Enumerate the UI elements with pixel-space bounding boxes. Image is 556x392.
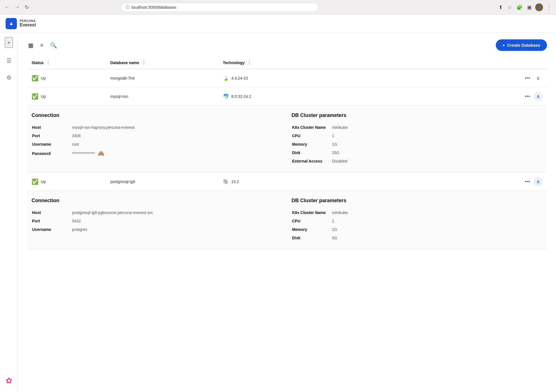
layout-button[interactable]: ▣	[526, 3, 533, 12]
disk-label: Disk	[292, 149, 331, 157]
sidebar-item-settings[interactable]: ⚙	[3, 71, 15, 84]
create-database-button[interactable]: + Create Database	[496, 39, 547, 51]
refresh-button[interactable]: ↻	[24, 3, 30, 12]
create-db-plus-icon: +	[503, 43, 505, 48]
list-item: CPU 1	[292, 132, 542, 140]
list-item: K8s Cluster Name minikube	[292, 209, 542, 217]
db3-actions-cell: ••• ∧	[513, 173, 547, 191]
share-button[interactable]: ⬆	[497, 3, 504, 12]
db3-cpu-value: 1	[332, 217, 542, 225]
status-col-menu[interactable]: ⋮	[46, 60, 50, 65]
db1-name-cell: mongodb-7h4	[106, 69, 218, 87]
logo-icon: ▲	[6, 18, 17, 29]
table-header-row: Status ⋮ Database name ⋮	[27, 57, 547, 69]
db3-cluster-title: DB Cluster parameters	[292, 198, 542, 204]
db2-password-value: ***************	[72, 151, 95, 156]
db2-cluster-section: DB Cluster parameters K8s Cluster Name m…	[292, 112, 542, 166]
db2-expanded-row: Connection Host mysql-nsn-haproxy.percon…	[27, 106, 547, 173]
sidebar-expand-button[interactable]: »	[5, 37, 13, 48]
flower-icon: ✿	[6, 376, 12, 385]
list-item: K8s Cluster Name minikube	[292, 123, 542, 131]
db3-memory-value: 1G	[332, 226, 542, 233]
profile-button[interactable]: 👤	[535, 3, 543, 11]
create-db-label: Create Database	[507, 43, 540, 48]
db1-more-button[interactable]: •••	[525, 75, 530, 81]
logo-percona: PERCONA	[20, 19, 36, 22]
db2-username-value: root	[72, 140, 282, 148]
logo-everest: Everest	[20, 22, 36, 28]
db1-status-icon: ✅	[32, 75, 39, 82]
db3-disk-value: 5G	[332, 234, 542, 242]
port-label: Port	[32, 217, 71, 225]
list-item: Disk 5G	[292, 234, 542, 242]
url-text: localhost:3000/databases	[132, 5, 176, 10]
memory-label: Memory	[292, 226, 331, 233]
sidebar-flower: ✿	[6, 376, 12, 388]
database-table: Status ⋮ Database name ⋮	[27, 57, 547, 249]
db3-status-text: Up	[41, 179, 46, 184]
db2-cluster-title: DB Cluster parameters	[292, 112, 542, 118]
dbname-col-menu[interactable]: ⋮	[142, 60, 146, 65]
search-button[interactable]: 🔍	[49, 41, 58, 50]
db3-expanded-content: Connection Host postgresql-ig8-pgbouncer…	[32, 198, 542, 242]
sidebar-item-list[interactable]: ☰	[3, 55, 15, 67]
db3-connection-title: Connection	[32, 198, 283, 204]
db3-tech-icon: 🐘	[223, 179, 229, 185]
table-row: ✅ Up mongodb-7h4 🍃 4.4.24-23	[27, 69, 547, 87]
db2-password-cell: *************** 🙈	[72, 149, 282, 158]
db2-expanded-content: Connection Host mysql-nsn-haproxy.percon…	[32, 112, 542, 166]
tech-col-menu[interactable]: ⋮	[247, 60, 252, 65]
db1-expand-button[interactable]: ∨	[533, 74, 542, 83]
db3-more-button[interactable]: •••	[525, 179, 530, 185]
db1-name: mongodb-7h4	[110, 76, 134, 80]
info-icon: ⓘ	[125, 5, 129, 10]
table-row: ✅ Up mysql-nsn 🐬 8.0.32-24.2	[27, 87, 547, 106]
dbname-column-header: Database name ⋮	[106, 57, 218, 69]
extensions-button[interactable]: 🧩	[515, 3, 524, 12]
back-button[interactable]: ←	[3, 3, 11, 11]
toolbar-left: ▦ ≡ 🔍	[27, 41, 58, 50]
grid-view-button[interactable]: ▦	[27, 41, 35, 50]
db2-actions-cell: ••• ∧	[513, 87, 547, 106]
db2-expand-button[interactable]: ∧	[533, 92, 542, 101]
db2-status-text: Up	[41, 94, 46, 99]
k8s-label: K8s Cluster Name	[292, 123, 331, 131]
logo-text: PERCONA Everest	[20, 19, 36, 28]
technology-column-header: Technology ⋮	[218, 57, 513, 69]
list-icon: ☰	[6, 57, 12, 64]
db3-tech-version: 15.2	[231, 179, 239, 184]
db2-connection-title: Connection	[32, 112, 283, 118]
db2-more-button[interactable]: •••	[525, 94, 530, 100]
grid-icon: ▦	[28, 42, 33, 48]
db3-name: postgresql-ig8	[110, 179, 135, 184]
db1-tech-version: 4.4.24-23	[231, 76, 248, 80]
cpu-label: CPU	[292, 217, 331, 225]
logo-container: ▲ PERCONA Everest	[6, 18, 36, 29]
menu-button[interactable]: ⋮	[545, 3, 553, 12]
list-item: Password *************** 🙈	[32, 149, 282, 158]
browser-actions: ⬆ ☆ 🧩 ▣ 👤 ⋮	[497, 3, 553, 12]
external-access-label: External Access	[292, 157, 331, 165]
db3-username-value: postgres	[72, 226, 282, 233]
memory-label: Memory	[292, 140, 331, 148]
db2-k8s-value: minikube	[332, 123, 542, 131]
filter-button[interactable]: ≡	[39, 41, 44, 49]
content-area: ▦ ≡ 🔍 + Create Database	[18, 33, 556, 392]
forward-button[interactable]: →	[14, 3, 21, 11]
db3-tech-cell: 🐘 15.2	[218, 173, 513, 191]
db3-expanded-cell: Connection Host postgresql-ig8-pgbouncer…	[27, 191, 547, 249]
db3-port-value: 5432	[72, 217, 282, 225]
db3-connection-section: Connection Host postgresql-ig8-pgbouncer…	[32, 198, 283, 242]
db2-toggle-password-icon[interactable]: 🙈	[98, 150, 104, 157]
db3-expand-button[interactable]: ∧	[533, 177, 542, 186]
db2-name: mysql-nsn	[110, 94, 128, 99]
db1-status-text: Up	[41, 76, 46, 80]
list-item: CPU 1	[292, 217, 542, 225]
db3-host-value: postgresql-ig8-pgbouncer.percona-everest…	[72, 209, 282, 217]
bookmark-button[interactable]: ☆	[506, 3, 513, 12]
main-layout: » ☰ ⚙ ✿ ▦ ≡	[0, 33, 556, 392]
address-bar[interactable]: ⓘ localhost:3000/databases	[121, 3, 318, 12]
db2-tech-version: 8.0.32-24.2	[231, 94, 251, 99]
username-label: Username	[32, 226, 71, 233]
list-item: Memory 1G	[292, 226, 542, 233]
